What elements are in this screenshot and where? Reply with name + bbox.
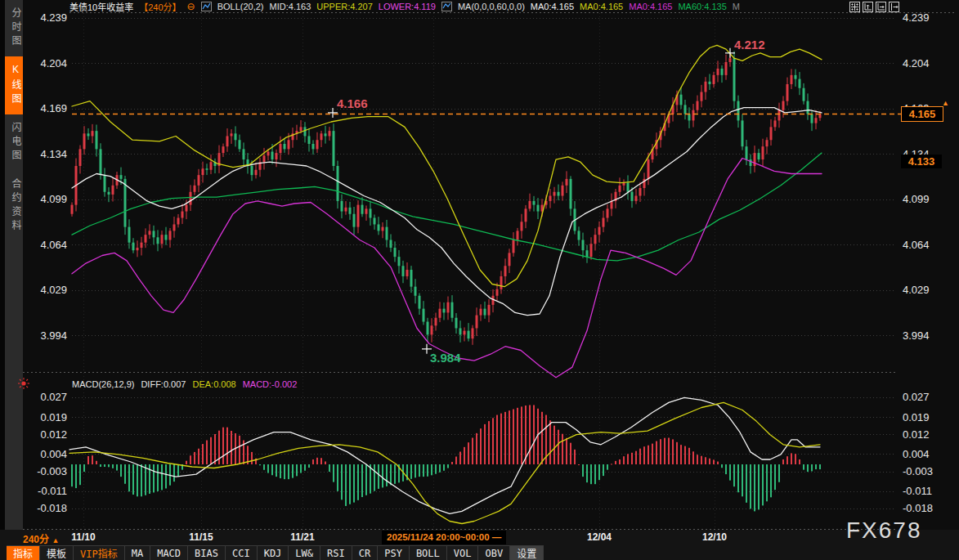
sidebar-tab-time-chart[interactable]: 分时图 xyxy=(5,0,23,56)
y-tick-left-4.064: 4.064 xyxy=(23,240,67,251)
y-tick-right-4.099: 4.099 xyxy=(903,194,952,205)
price-annotation-3_984: 3.984 xyxy=(430,351,461,365)
macd-tick-left-0.019: 0.019 xyxy=(23,412,67,423)
chart-title: 美债10年收益率 xyxy=(69,0,133,13)
boll-upper-value: UPPER:4.207 xyxy=(316,2,372,11)
y-scale-icon[interactable] xyxy=(863,2,873,12)
y-tick-right-4.204: 4.204 xyxy=(903,58,952,69)
y-tick-left-4.204: 4.204 xyxy=(23,58,67,69)
trading-app: 4.2124.1663.984 分时图K线图闪电图合约资料 美债10年收益率 【… xyxy=(0,0,959,560)
y-tick-left-4.134: 4.134 xyxy=(23,149,67,160)
indicator-toolbar: 指标模板VIP指标MAMACDBIASCCIKDJLW&RSICRPSYBOLL… xyxy=(0,545,959,560)
macd-header: MACD(26,12,9) DIFF:0.007 DEA:0.008 MACD:… xyxy=(72,378,297,390)
y-tick-left-4.239: 4.239 xyxy=(23,12,67,24)
price-annotation-4_166: 4.166 xyxy=(337,96,368,110)
macd-tick-right--0.018: -0.018 xyxy=(903,503,952,514)
x-tick-11-10: 11/10 xyxy=(71,531,95,543)
macd-diff-value: DIFF:0.007 xyxy=(141,379,186,389)
indicator-alert-icon[interactable] xyxy=(17,377,30,390)
left-tab-sidebar: 分时图K线图闪电图合约资料 xyxy=(0,0,23,530)
macd-dea-value: DEA:0.008 xyxy=(192,379,235,389)
toolbar-button-cci[interactable]: CCI xyxy=(226,545,258,560)
toolbar-button-obv[interactable]: OBV xyxy=(478,545,510,560)
y-tick-right-4.239: 4.239 xyxy=(903,12,952,24)
macd-tick-left-0.027: 0.027 xyxy=(23,392,67,403)
ref-price-tag: 4.133 xyxy=(901,155,942,168)
collapse-minus-icon[interactable]: ⊖ xyxy=(187,1,195,12)
toolbar-button-macd[interactable]: MACD xyxy=(150,545,188,560)
fx678-watermark: FX678 xyxy=(846,517,922,544)
toolbar-button-settings[interactable]: 设置 xyxy=(510,545,544,560)
x-tick-11-15: 11/15 xyxy=(189,531,213,543)
window-controls xyxy=(849,2,899,12)
x-tick-12-10: 12/10 xyxy=(702,531,727,543)
ma-value-1: MA0:4.165 xyxy=(580,2,623,11)
crosshair-icon[interactable] xyxy=(849,2,860,12)
toolbar-button-vip-indicator[interactable]: VIP指标 xyxy=(74,545,125,560)
macd-tick-left-0.012: 0.012 xyxy=(23,429,67,441)
toolbar-button-kdj[interactable]: KDJ xyxy=(258,545,289,560)
toolbar-button-cr[interactable]: CR xyxy=(352,545,378,560)
sidebar-tab-lightning-chart[interactable]: 闪电图 xyxy=(5,114,23,171)
y-tick-left-3.994: 3.994 xyxy=(23,330,67,342)
sidebar-tab-candle-chart[interactable]: K线图 xyxy=(5,56,23,114)
macd-tick-right--0.003: -0.003 xyxy=(903,466,952,477)
y-tick-left-4.029: 4.029 xyxy=(23,284,67,296)
current-price-tag: 4.165 xyxy=(901,106,943,122)
y-tick-left-4.169: 4.169 xyxy=(23,103,67,114)
pan-right-icon[interactable] xyxy=(889,2,899,12)
macd-tick-right-0.004: 0.004 xyxy=(903,449,952,460)
macd-tick-right--0.011: -0.011 xyxy=(903,486,952,497)
toolbar-button-indicator[interactable]: 指标 xyxy=(7,545,40,560)
price-annotation-4_212: 4.212 xyxy=(734,38,765,52)
x-scale-icon[interactable] xyxy=(876,2,886,12)
ma-values: MA0:4.165MA0:4.165MA0:4.165MA60:4.135 xyxy=(531,2,727,11)
ma-value-0: MA0:4.165 xyxy=(531,2,574,11)
macd-params[interactable]: MACD(26,12,9) xyxy=(72,379,134,389)
macd-tick-right-0.019: 0.019 xyxy=(903,412,952,423)
toolbar-button-template[interactable]: 模板 xyxy=(40,545,74,560)
toolbar-button-lwr[interactable]: LW& xyxy=(289,545,320,560)
y-tick-right-4.064: 4.064 xyxy=(903,240,952,251)
x-tick-12-04: 12/04 xyxy=(587,531,612,543)
boll-lower-value: LOWER:4.119 xyxy=(379,2,436,11)
period-selector[interactable]: 240分 ▲ xyxy=(23,531,59,545)
macd-tick-left--0.018: -0.018 xyxy=(23,503,67,514)
ma-value-2: MA0:4.165 xyxy=(629,2,672,11)
y-tick-left-4.099: 4.099 xyxy=(23,194,67,205)
sidebar-tab-column: 分时图K线图闪电图合约资料 xyxy=(5,0,23,530)
ma-value-3: MA60:4.135 xyxy=(678,2,726,11)
period-label: 【240分】 xyxy=(139,0,181,13)
selected-bar-time: 2025/11/24 20:00~00:00 — xyxy=(382,531,506,544)
period-dropdown-icon: ▲ xyxy=(52,536,59,544)
boll-label[interactable]: BOLL(20,2) xyxy=(217,2,264,11)
toolbar-button-bias[interactable]: BIAS xyxy=(188,545,226,560)
y-tick-right-3.994: 3.994 xyxy=(903,330,952,342)
toolbar-button-boll[interactable]: BOLL xyxy=(410,545,447,560)
toolbar-button-psy[interactable]: PSY xyxy=(378,545,410,560)
chart-canvas[interactable]: 4.2124.1663.984 xyxy=(0,0,959,560)
ma-label[interactable]: MA(0,0,0,60,0,0) xyxy=(458,2,525,11)
macd-tick-left-0.004: 0.004 xyxy=(23,449,67,460)
sidebar-tab-contract-info[interactable]: 合约资料 xyxy=(5,171,23,241)
indicator-header: 美债10年收益率 【240分】 ⊖ BOLL(20,2) MID:4.163 U… xyxy=(69,0,740,12)
toolbar-button-vol[interactable]: VOL xyxy=(447,545,479,560)
x-tick-11-21: 11/21 xyxy=(290,531,314,543)
boll-chart-icon[interactable] xyxy=(201,2,212,11)
ma-chart-icon[interactable] xyxy=(441,2,452,11)
ma-suffix: M xyxy=(733,2,740,11)
boll-mid-value: MID:4.163 xyxy=(270,2,311,11)
macd-tick-right-0.027: 0.027 xyxy=(903,392,952,403)
macd-tick-right-0.012: 0.012 xyxy=(903,429,952,441)
toolbar-button-ma[interactable]: MA xyxy=(125,545,150,560)
y-tick-right-4.029: 4.029 xyxy=(903,284,952,296)
toolbar-button-rsi[interactable]: RSI xyxy=(320,545,352,560)
macd-tick-left--0.011: -0.011 xyxy=(23,486,67,497)
macd-macd-value: MACD:-0.002 xyxy=(243,379,298,389)
macd-tick-left--0.003: -0.003 xyxy=(23,466,67,477)
